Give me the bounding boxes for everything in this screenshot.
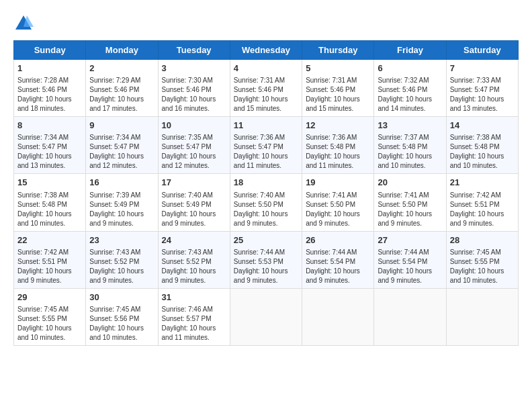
day-info: Sunset: 5:46 PM: [89, 85, 154, 95]
day-info: Sunrise: 7:45 AM: [17, 305, 82, 314]
calendar-day-header: Thursday: [302, 41, 374, 60]
day-info: Sunrise: 7:30 AM: [162, 76, 226, 85]
day-info: and 16 minutes.: [162, 104, 226, 113]
day-info: Sunrise: 7:44 AM: [306, 248, 370, 257]
day-info: and 12 minutes.: [89, 161, 154, 171]
day-info: Daylight: 10 hours: [234, 267, 298, 276]
day-info: and 9 minutes.: [378, 219, 442, 228]
calendar-cell: 18Sunrise: 7:40 AMSunset: 5:50 PMDayligh…: [230, 174, 302, 231]
day-info: Daylight: 10 hours: [450, 210, 515, 219]
day-info: Daylight: 10 hours: [162, 324, 226, 333]
day-number: 28: [450, 234, 515, 246]
day-info: and 10 minutes.: [17, 219, 82, 228]
calendar-cell: 8Sunrise: 7:34 AMSunset: 5:47 PMDaylight…: [14, 117, 86, 174]
calendar-day-header: Wednesday: [230, 41, 302, 60]
calendar-cell: 29Sunrise: 7:45 AMSunset: 5:55 PMDayligh…: [14, 288, 86, 345]
day-info: Sunrise: 7:45 AM: [89, 305, 154, 314]
calendar-row: 8Sunrise: 7:34 AMSunset: 5:47 PMDaylight…: [14, 117, 519, 174]
day-info: and 10 minutes.: [378, 161, 442, 171]
day-info: Daylight: 10 hours: [234, 210, 298, 219]
day-info: Sunset: 5:46 PM: [162, 85, 226, 95]
day-info: Sunrise: 7:42 AM: [17, 248, 82, 257]
day-info: and 13 minutes.: [450, 104, 515, 113]
day-info: Sunset: 5:48 PM: [378, 142, 442, 152]
day-info: Sunset: 5:47 PM: [234, 142, 298, 152]
day-number: 18: [234, 177, 298, 189]
day-info: and 9 minutes.: [306, 276, 370, 285]
day-info: Daylight: 10 hours: [306, 152, 370, 161]
calendar-day-header: Monday: [86, 41, 158, 60]
day-number: 31: [162, 291, 226, 304]
day-info: Daylight: 10 hours: [162, 152, 226, 161]
day-info: Sunset: 5:50 PM: [306, 200, 370, 210]
calendar-cell: 11Sunrise: 7:36 AMSunset: 5:47 PMDayligh…: [230, 117, 302, 174]
calendar-cell: 4Sunrise: 7:31 AMSunset: 5:46 PMDaylight…: [230, 60, 302, 117]
day-number: 27: [378, 234, 442, 246]
day-info: and 18 minutes.: [17, 104, 82, 113]
day-info: Sunrise: 7:34 AM: [89, 133, 154, 142]
calendar-cell: 13Sunrise: 7:37 AMSunset: 5:48 PMDayligh…: [374, 117, 446, 174]
calendar-cell: 10Sunrise: 7:35 AMSunset: 5:47 PMDayligh…: [158, 117, 230, 174]
day-info: Sunset: 5:47 PM: [450, 85, 515, 95]
day-info: and 17 minutes.: [89, 104, 154, 113]
day-info: Daylight: 10 hours: [89, 152, 154, 161]
calendar-header-row: SundayMondayTuesdayWednesdayThursdayFrid…: [14, 41, 519, 60]
day-info: Daylight: 10 hours: [306, 95, 370, 104]
day-number: 10: [162, 120, 226, 132]
day-number: 4: [234, 62, 298, 75]
day-info: Daylight: 10 hours: [17, 267, 82, 276]
day-number: 29: [17, 291, 82, 304]
calendar-row: 29Sunrise: 7:45 AMSunset: 5:55 PMDayligh…: [14, 288, 519, 345]
day-info: Sunset: 5:49 PM: [162, 200, 226, 210]
calendar-cell: 20Sunrise: 7:41 AMSunset: 5:50 PMDayligh…: [374, 174, 446, 231]
calendar-cell: 1Sunrise: 7:28 AMSunset: 5:46 PMDaylight…: [14, 60, 86, 117]
day-info: Sunset: 5:50 PM: [378, 200, 442, 210]
day-info: Sunset: 5:55 PM: [17, 314, 82, 324]
calendar-cell: 6Sunrise: 7:32 AMSunset: 5:46 PMDaylight…: [374, 60, 446, 117]
day-info: Daylight: 10 hours: [17, 95, 82, 104]
day-info: Sunrise: 7:40 AM: [162, 191, 226, 200]
calendar-day-header: Saturday: [446, 41, 518, 60]
day-info: Sunrise: 7:36 AM: [306, 133, 370, 142]
logo-icon: [13, 13, 34, 34]
page-header: [13, 13, 519, 34]
day-info: and 11 minutes.: [306, 161, 370, 171]
day-number: 13: [378, 120, 442, 132]
day-info: and 9 minutes.: [89, 219, 154, 228]
calendar-cell: 14Sunrise: 7:38 AMSunset: 5:48 PMDayligh…: [446, 117, 518, 174]
day-info: Sunset: 5:47 PM: [162, 142, 226, 152]
day-number: 26: [306, 234, 370, 246]
day-info: Sunrise: 7:41 AM: [378, 191, 442, 200]
day-info: and 15 minutes.: [306, 104, 370, 113]
day-info: and 10 minutes.: [17, 333, 82, 342]
day-info: and 9 minutes.: [17, 276, 82, 285]
day-info: Daylight: 10 hours: [378, 95, 442, 104]
day-info: Daylight: 10 hours: [234, 152, 298, 161]
day-info: and 9 minutes.: [306, 219, 370, 228]
calendar-table: SundayMondayTuesdayWednesdayThursdayFrid…: [13, 40, 519, 346]
day-info: Sunset: 5:54 PM: [378, 257, 442, 267]
day-number: 17: [162, 177, 226, 189]
day-info: Sunset: 5:47 PM: [17, 142, 82, 152]
day-number: 15: [17, 177, 82, 189]
day-info: Sunset: 5:46 PM: [306, 85, 370, 95]
day-info: Sunset: 5:51 PM: [450, 200, 515, 210]
calendar-cell: 23Sunrise: 7:43 AMSunset: 5:52 PMDayligh…: [86, 231, 158, 288]
calendar-cell: 3Sunrise: 7:30 AMSunset: 5:46 PMDaylight…: [158, 60, 230, 117]
day-info: Daylight: 10 hours: [162, 267, 226, 276]
day-info: Sunset: 5:48 PM: [17, 200, 82, 210]
day-info: and 10 minutes.: [450, 276, 515, 285]
calendar-day-header: Friday: [374, 41, 446, 60]
calendar-cell: 22Sunrise: 7:42 AMSunset: 5:51 PMDayligh…: [14, 231, 86, 288]
day-info: and 9 minutes.: [378, 276, 442, 285]
day-number: 11: [234, 120, 298, 132]
day-number: 3: [162, 62, 226, 75]
day-number: 16: [89, 177, 154, 189]
day-info: Sunrise: 7:39 AM: [89, 191, 154, 200]
calendar-row: 15Sunrise: 7:38 AMSunset: 5:48 PMDayligh…: [14, 174, 519, 231]
day-info: and 9 minutes.: [162, 276, 226, 285]
calendar-cell: 9Sunrise: 7:34 AMSunset: 5:47 PMDaylight…: [86, 117, 158, 174]
day-info: Daylight: 10 hours: [450, 152, 515, 161]
day-info: Sunset: 5:52 PM: [89, 257, 154, 267]
day-info: Daylight: 10 hours: [17, 152, 82, 161]
